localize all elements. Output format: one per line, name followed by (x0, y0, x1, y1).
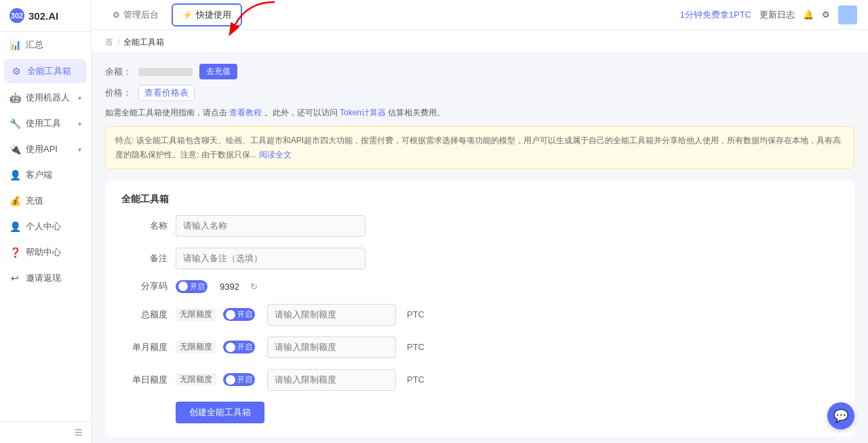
create-form-section: 全能工具箱 名称 备注 分享码 开启 (105, 180, 854, 437)
share-toggle[interactable]: 开启 (176, 280, 208, 293)
recharge-icon: 💰 (9, 195, 20, 206)
sidebar-item-summary[interactable]: 📊 汇总 (0, 32, 91, 58)
balance-bar (138, 68, 193, 76)
sidebar-item-tools[interactable]: 🔧 使用工具 ▾ (0, 111, 91, 136)
toggle-dot (178, 282, 188, 291)
chat-bubble[interactable]: 💬 (827, 402, 854, 429)
monthly-no-limit: 无限额度 (176, 341, 216, 353)
recharge-button[interactable]: 去充值 (199, 64, 237, 79)
daily-label: 单日额度 (121, 374, 176, 386)
info-text: 如需全能工具箱使用指南，请点击 查看教程 。此外，还可以访问 Token计算器 … (105, 107, 854, 119)
daily-toggle-row: 无限额度 开启 PTC (176, 369, 425, 391)
read-more-link[interactable]: 阅读全文 (259, 150, 292, 159)
price-row: 价格： 查看价格表 (105, 85, 854, 101)
sidebar-item-recharge[interactable]: 💰 充值 (0, 188, 91, 214)
form-row-monthly: 单月额度 无限额度 开启 PTC (121, 336, 838, 358)
share-label: 分享码 (121, 280, 176, 292)
logo: 302 302.AI (0, 0, 91, 32)
summary-icon: 📊 (9, 39, 20, 50)
share-toggle-row: 开启 9392 ↻ (176, 280, 258, 293)
tab-quick[interactable]: ⚡ 快捷使用 (172, 3, 242, 26)
name-input[interactable] (176, 215, 366, 237)
monthly-toggle-dot (226, 343, 235, 352)
breadcrumb: 首 / 全能工具箱 (92, 30, 868, 53)
sidebar-item-help-label: 帮助中心 (26, 246, 61, 258)
page-body: 余额： 去充值 价格： 查看价格表 如需全能工具箱使用指南，请点击 查看教程 。… (92, 53, 868, 443)
sidebar-item-robots[interactable]: 🤖 使用机器人 ▾ (0, 85, 91, 111)
token-calc-link[interactable]: Token计算器 (340, 108, 386, 117)
ptc-link[interactable]: 1分钟免费拿1PTC (680, 9, 751, 21)
tutorial-link[interactable]: 查看教程 (229, 108, 262, 117)
balance-label: 余额： (105, 66, 132, 78)
daily-no-limit: 无限额度 (176, 373, 216, 386)
form-row-note: 备注 (121, 248, 838, 269)
breadcrumb-current: 全能工具箱 (123, 37, 164, 48)
notification-icon[interactable]: 🔔 (803, 9, 814, 20)
total-toggle-row: 无限额度 开启 PTC (176, 304, 425, 326)
total-toggle-label: 开启 (237, 309, 252, 320)
sidebar-item-toolbox[interactable]: ⚙ 全能工具箱 (4, 59, 87, 83)
monthly-ptc-unit: PTC (407, 342, 425, 352)
api-arrow: ▾ (78, 146, 81, 153)
share-code-value: 9392 (220, 282, 239, 292)
log-link[interactable]: 更新日志 (760, 9, 795, 21)
sidebar-item-help[interactable]: ❓ 帮助中心 (0, 239, 91, 265)
total-limit-input[interactable] (267, 304, 396, 326)
quick-tab-icon: ⚡ (182, 10, 193, 20)
notice-text: 特点: 该全能工具箱包含聊天、绘画、工具超市和API超市四大功能，按需付费，可根… (115, 136, 841, 159)
chat-icon: 💬 (833, 408, 848, 423)
monthly-label: 单月额度 (121, 341, 176, 353)
logo-icon: 302 (9, 8, 24, 23)
topnav: ⚙ 管理后台 ⚡ 快捷使用 1分钟免费拿1PTC 更新日志 🔔 ⚙ (92, 0, 868, 30)
api-icon: 🔌 (9, 144, 20, 155)
total-toggle-dot (226, 310, 235, 320)
total-toggle[interactable]: 开启 (223, 308, 255, 321)
sidebar: 302 302.AI 📊 汇总 ⚙ 全能工具箱 🤖 使用机器人 ▾ 🔧 使用工具… (0, 0, 92, 443)
monthly-toggle[interactable]: 开启 (223, 341, 255, 353)
main-area: ⚙ 管理后台 ⚡ 快捷使用 1分钟免费拿1PTC 更新日志 🔔 ⚙ (92, 0, 868, 443)
notice-box: 特点: 该全能工具箱包含聊天、绘画、工具超市和API超市四大功能，按需付费，可根… (105, 126, 854, 169)
tab-quick-label: 快捷使用 (196, 9, 231, 21)
profile-icon: 👤 (9, 221, 20, 232)
daily-toggle-dot (226, 375, 235, 385)
sidebar-item-profile[interactable]: 👤 个人中心 (0, 214, 91, 239)
monthly-toggle-label: 开启 (237, 342, 252, 352)
form-row-name: 名称 (121, 215, 838, 237)
note-input[interactable] (176, 248, 366, 269)
sidebar-item-toolbox-label: 全能工具箱 (27, 65, 71, 77)
form-row-share: 分享码 开启 9392 ↻ (121, 280, 838, 293)
sidebar-collapse-btn[interactable]: ☰ (0, 422, 91, 443)
sidebar-bottom: ☰ (0, 421, 91, 443)
share-refresh-icon[interactable]: ↻ (250, 282, 258, 292)
total-no-limit: 无限额度 (176, 308, 216, 321)
daily-limit-input[interactable] (267, 369, 396, 391)
content-area: 首 / 全能工具箱 余额： 去充值 价格： 查看价格表 如需全能工具箱使用指南，… (92, 30, 868, 443)
sidebar-item-profile-label: 个人中心 (26, 220, 61, 233)
tools-icon: 🔧 (9, 118, 20, 129)
sidebar-item-summary-label: 汇总 (26, 39, 43, 51)
customer-icon: 👤 (9, 170, 20, 180)
manage-tab-icon: ⚙ (113, 10, 120, 20)
daily-ptc-unit: PTC (407, 374, 425, 385)
monthly-limit-input[interactable] (267, 336, 396, 358)
sidebar-item-customer-label: 客户端 (26, 169, 52, 181)
sidebar-item-invite[interactable]: ↩ 邀请返现 (0, 265, 91, 291)
name-label: 名称 (121, 220, 176, 232)
settings-icon[interactable]: ⚙ (822, 9, 830, 20)
breadcrumb-home[interactable]: 首 (105, 37, 113, 48)
tab-manage[interactable]: ⚙ 管理后台 (102, 4, 169, 26)
robots-icon: 🤖 (9, 92, 20, 103)
user-avatar[interactable] (838, 5, 857, 24)
tools-arrow: ▾ (78, 120, 81, 128)
price-table-button[interactable]: 查看价格表 (138, 85, 195, 101)
daily-toggle[interactable]: 开启 (223, 373, 255, 386)
sidebar-item-recharge-label: 充值 (26, 195, 43, 207)
total-label: 总额度 (121, 309, 176, 321)
toolbox-icon: ⚙ (11, 66, 22, 77)
price-label: 价格： (105, 87, 132, 99)
balance-row: 余额： 去充值 (105, 64, 854, 79)
sidebar-item-customer[interactable]: 👤 客户端 (0, 162, 91, 188)
create-toolbox-button[interactable]: 创建全能工具箱 (176, 402, 264, 423)
total-ptc-unit: PTC (407, 309, 425, 320)
sidebar-item-api[interactable]: 🔌 使用API ▾ (0, 136, 91, 162)
